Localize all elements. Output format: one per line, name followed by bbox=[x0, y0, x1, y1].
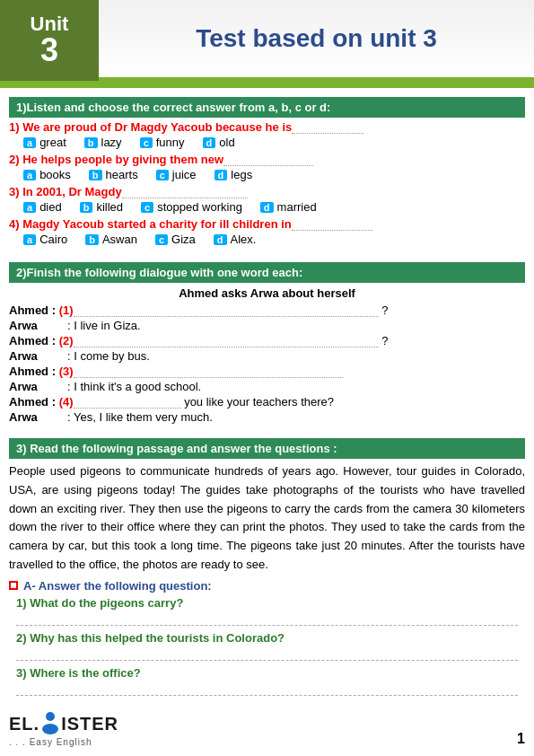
header-title-area: Test based on unit 3 bbox=[99, 0, 534, 81]
section3-header: 3) Read the following passage and answer… bbox=[9, 438, 525, 459]
subsection-text: A- Answer the following question: bbox=[23, 579, 212, 593]
q3-option-d: dmarried bbox=[260, 200, 317, 214]
q1-letter-a: a bbox=[23, 137, 36, 148]
dialogue-speaker-3: Ahmed : (2) bbox=[9, 334, 74, 347]
section1: 1)Listen and choose the correct answer f… bbox=[0, 88, 534, 253]
logo-ister-text: ISTER bbox=[61, 714, 118, 734]
section1-header: 1)Listen and choose the correct answer f… bbox=[9, 97, 525, 118]
q4-option-a: aCairo bbox=[23, 233, 67, 246]
logo-row: EL. ISTER bbox=[9, 711, 118, 737]
q4-letter-b: b bbox=[85, 234, 99, 245]
answer-line-2 bbox=[16, 646, 518, 661]
q3-dots bbox=[122, 198, 248, 198]
q4-number: 4) bbox=[9, 217, 22, 231]
q1-option-a: agreat bbox=[23, 136, 66, 149]
dialogue-text-2: : I live in Giza. bbox=[67, 319, 525, 332]
q2-number: 2) bbox=[9, 153, 22, 166]
green-bar bbox=[0, 81, 534, 88]
dialogue-row-3: Ahmed : (2) ? bbox=[9, 334, 525, 347]
q3-option-b: bkilled bbox=[80, 200, 123, 214]
answer-line-1 bbox=[16, 611, 518, 626]
q4-letter-a: a bbox=[23, 234, 36, 245]
q3-letter-a: a bbox=[23, 202, 36, 213]
dialogue-text-3: ? bbox=[74, 334, 525, 347]
page-number: 1 bbox=[517, 731, 525, 747]
q4-option-b: bAswan bbox=[85, 233, 137, 246]
q2-text: He helps people by giving them new bbox=[22, 153, 223, 166]
answer-q2: 2) Why has this helped the tourists in C… bbox=[16, 631, 525, 645]
q2-letter-b: b bbox=[89, 170, 102, 180]
question-3: 3) In 2001, Dr Magdy bbox=[9, 185, 525, 198]
q2-option-a: abooks bbox=[23, 168, 71, 181]
dialogue-row-7: Ahmed : (4) you like your teachers there… bbox=[9, 395, 525, 409]
dialogue-row-5: Ahmed : (3) bbox=[9, 365, 525, 378]
dialogue-speaker-1: Ahmed : (1) bbox=[9, 303, 74, 317]
dialogue-speaker-6: Arwa bbox=[9, 380, 67, 393]
q1-letter-c: c bbox=[140, 137, 153, 148]
q2-option-b: bhearts bbox=[89, 168, 138, 181]
dialogue-text-7: you like your teachers there? bbox=[74, 395, 525, 409]
q1-option-d: dold bbox=[203, 136, 235, 149]
dialogue-speaker-4: Arwa bbox=[9, 349, 67, 363]
dialogue-speaker-7: Ahmed : (4) bbox=[9, 395, 74, 409]
subsection-label: A- Answer the following question: bbox=[9, 579, 525, 593]
page-title: Test based on unit 3 bbox=[196, 24, 437, 53]
q3-text: In 2001, Dr Magdy bbox=[22, 185, 122, 198]
q1-option-c: cfunny bbox=[140, 136, 185, 149]
q2-letter-c: c bbox=[156, 170, 169, 180]
q4-letter-c: c bbox=[155, 234, 168, 245]
q3-letter-d: d bbox=[260, 202, 274, 213]
logo-el-text: EL. bbox=[9, 714, 39, 734]
footer: EL. ISTER . . . Easy English 1 bbox=[9, 711, 525, 747]
header: Unit 3 Test based on unit 3 bbox=[0, 0, 534, 81]
q3-letter-c: c bbox=[141, 202, 153, 213]
logo-subtext: . . . Easy English bbox=[9, 737, 92, 747]
dialogue-row-6: Arwa : I think it's a good school. bbox=[9, 380, 525, 393]
svg-point-0 bbox=[46, 712, 55, 721]
q4-dots bbox=[292, 230, 372, 231]
logo-area: EL. ISTER . . . Easy English bbox=[9, 711, 118, 747]
dialogue-row-2: Arwa : I live in Giza. bbox=[9, 319, 525, 332]
q4-option-c: cGiza bbox=[155, 233, 196, 246]
q2-letter-a: a bbox=[23, 170, 36, 180]
q4-option-d: dAlex. bbox=[214, 233, 257, 246]
passage-text: People used pigeons to communicate hundr… bbox=[9, 462, 525, 575]
svg-point-1 bbox=[42, 724, 58, 734]
dialogue-text-5 bbox=[74, 365, 525, 378]
q1-letter-d: d bbox=[203, 137, 216, 148]
dialogue-speaker-5: Ahmed : (3) bbox=[9, 365, 74, 378]
q1-number: 1) bbox=[9, 120, 22, 134]
q3-option-c: cstopped working bbox=[141, 200, 242, 214]
dialogue-text-8: : Yes, I like them very much. bbox=[67, 410, 525, 424]
section3: 3) Read the following passage and answer… bbox=[0, 429, 534, 705]
dialogue-speaker-2: Arwa bbox=[9, 319, 67, 332]
q3-letter-b: b bbox=[80, 202, 93, 213]
dialogue-text-4: : I come by bus. bbox=[67, 349, 525, 363]
q1-text: We are proud of Dr Magdy Yacoub because … bbox=[22, 120, 292, 134]
unit-box: Unit 3 bbox=[0, 0, 99, 81]
q1-options: agreat blazy cfunny dold bbox=[23, 136, 525, 149]
q4-text: Magdy Yacoub started a charity for ill c… bbox=[22, 217, 292, 231]
section2-header: 2)Finish the following dialogue with one… bbox=[9, 262, 525, 283]
dialogue-row-4: Arwa : I come by bus. bbox=[9, 349, 525, 363]
section2: 2)Finish the following dialogue with one… bbox=[0, 253, 534, 429]
question-2: 2) He helps people by giving them new bbox=[9, 153, 525, 166]
q1-dots bbox=[292, 133, 363, 134]
q1-option-b: blazy bbox=[84, 136, 122, 149]
q4-letter-d: d bbox=[214, 234, 227, 245]
dialogue-text-6: : I think it's a good school. bbox=[67, 380, 525, 393]
answer-q3: 3) Where is the office? bbox=[16, 666, 525, 680]
dialogue-row-8: Arwa : Yes, I like them very much. bbox=[9, 410, 525, 424]
dialogue-row-1: Ahmed : (1) ? bbox=[9, 303, 525, 317]
answer-q1: 1) What do the pigeons carry? bbox=[16, 596, 525, 610]
answer-line-3 bbox=[16, 681, 518, 696]
red-square-icon bbox=[9, 581, 18, 590]
q2-option-d: dlegs bbox=[214, 168, 253, 181]
question-1: 1) We are proud of Dr Magdy Yacoub becau… bbox=[9, 120, 525, 134]
q1-letter-b: b bbox=[84, 137, 98, 148]
dialogue-text-1: ? bbox=[74, 303, 525, 317]
q2-option-c: cjuice bbox=[156, 168, 197, 181]
q3-options: adied bkilled cstopped working dmarried bbox=[23, 200, 525, 214]
dialogue-title: Ahmed asks Arwa about herself bbox=[9, 286, 525, 300]
q4-options: aCairo bAswan cGiza dAlex. bbox=[23, 233, 525, 246]
